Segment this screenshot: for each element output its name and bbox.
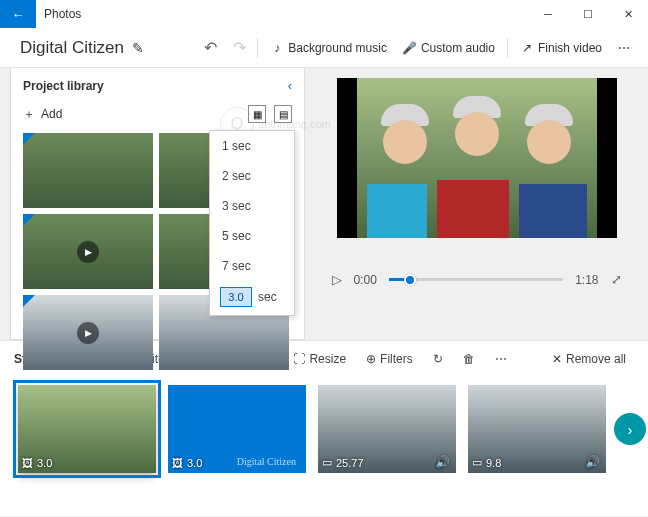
fullscreen-button[interactable]: ⤢ [611,272,622,287]
time-total: 1:18 [575,273,598,287]
video-icon: ▭ [472,456,482,469]
rotate-icon: ↻ [433,352,443,366]
rotate-button[interactable]: ↻ [425,352,451,366]
sound-icon: 🔊 [585,455,600,469]
finish-video-button[interactable]: ↗Finish video [512,32,610,64]
duration-custom-input[interactable] [220,287,252,307]
back-button[interactable]: ← [0,0,36,28]
image-icon: 🖼 [22,457,33,469]
library-item[interactable]: ▶ [23,214,153,289]
edit-title-icon[interactable]: ✎ [132,40,144,56]
main-area: Project library ‹ ＋Add ▦ ▤ ▶ ▶ [0,68,648,340]
filters-button[interactable]: ⊕Filters [358,352,421,366]
duration-dropdown: 1 sec 2 sec 3 sec 5 sec 7 sec sec [209,130,295,316]
plus-icon: ＋ [23,106,35,123]
sound-icon: 🔊 [435,455,450,469]
audio-icon: 🎤 [403,41,417,55]
toolbar: Digital Citizen ✎ ↶ ↷ ♪Background music … [0,28,648,68]
clip-duration: 9.8 [486,457,501,469]
duration-option[interactable]: 7 sec [210,251,294,281]
storyboard-clip[interactable]: ▭25.77 🔊 [318,385,456,473]
delete-button[interactable]: 🗑 [455,352,483,366]
music-icon: ♪ [270,41,284,55]
seek-bar[interactable] [389,278,563,281]
storyboard-clip[interactable]: 🖼3.0 [18,385,156,473]
resize-label: Resize [309,352,346,366]
more-button[interactable]: ⋯ [610,32,638,64]
title-card-caption: Digital Citizen [237,456,296,467]
storyboard-clips: 🖼3.0 🖼3.0 Digital Citizen ▭25.77 🔊 ▭9.8 … [0,377,648,481]
seek-thumb[interactable] [404,274,416,286]
play-overlay-icon: ▶ [77,322,99,344]
clip-duration: 3.0 [187,457,202,469]
redo-button: ↷ [233,38,246,57]
time-current: 0:00 [354,273,377,287]
close-icon: ✕ [552,352,562,366]
remove-all-button[interactable]: ✕Remove all [544,352,634,366]
bg-music-label: Background music [288,41,387,55]
storyboard-clip[interactable]: 🖼3.0 Digital Citizen [168,385,306,473]
library-item[interactable] [23,133,153,208]
grid-large-button[interactable]: ▤ [274,105,292,123]
finish-label: Finish video [538,41,602,55]
undo-button[interactable]: ↶ [204,38,217,57]
duration-option[interactable]: 3 sec [210,191,294,221]
filters-icon: ⊕ [366,352,376,366]
library-item[interactable]: ▶ [23,295,153,370]
custom-audio-label: Custom audio [421,41,495,55]
title-bar: ← Photos ─ ☐ ✕ [0,0,648,28]
preview-image [357,78,597,238]
filters-label: Filters [380,352,413,366]
duration-option[interactable]: 2 sec [210,161,294,191]
background-music-button[interactable]: ♪Background music [262,32,395,64]
clip-duration: 25.77 [336,457,364,469]
collapse-library-icon[interactable]: ‹ [288,78,292,93]
grid-small-button[interactable]: ▦ [248,105,266,123]
export-icon: ↗ [520,41,534,55]
preview-pane: ▷ 0:00 1:18 ⤢ [305,68,648,340]
play-button[interactable]: ▷ [332,272,342,287]
add-media-button[interactable]: ＋Add [23,106,62,123]
storyboard-more-button[interactable]: ⋯ [487,352,515,366]
video-icon: ▭ [322,456,332,469]
duration-unit-label: sec [258,290,277,304]
duration-option[interactable]: 1 sec [210,131,294,161]
scroll-right-button[interactable]: › [614,413,646,445]
add-label: Add [41,107,62,121]
preview-canvas[interactable] [337,78,617,238]
maximize-button[interactable]: ☐ [568,0,608,28]
project-title: Digital Citizen [20,38,124,58]
image-icon: 🖼 [172,457,183,469]
trash-icon: 🗑 [463,352,475,366]
minimize-button[interactable]: ─ [528,0,568,28]
play-overlay-icon: ▶ [77,241,99,263]
custom-audio-button[interactable]: 🎤Custom audio [395,32,503,64]
library-title: Project library [23,79,288,93]
window-controls: ─ ☐ ✕ [528,0,648,28]
close-button[interactable]: ✕ [608,0,648,28]
playback-controls: ▷ 0:00 1:18 ⤢ [332,272,622,287]
app-title: Photos [44,7,528,21]
storyboard-clip[interactable]: ▭9.8 🔊 [468,385,606,473]
remove-all-label: Remove all [566,352,626,366]
duration-option[interactable]: 5 sec [210,221,294,251]
clip-duration: 3.0 [37,457,52,469]
